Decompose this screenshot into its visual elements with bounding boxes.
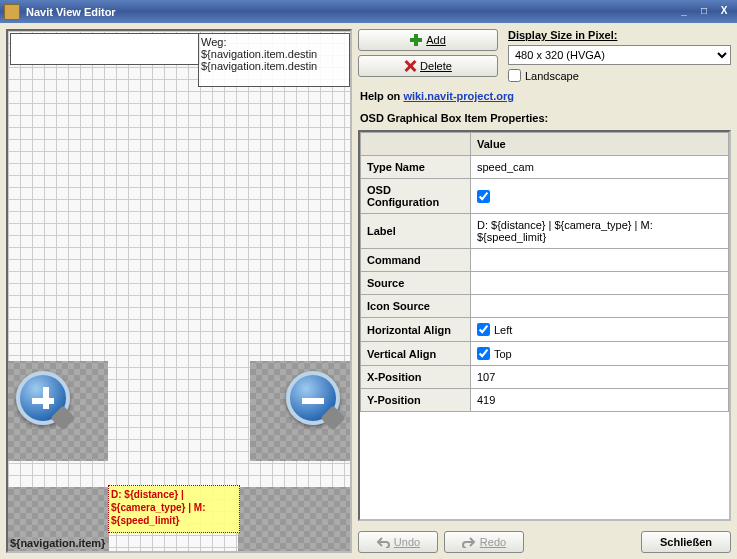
add-button[interactable]: Add [358,29,498,51]
zoom-out-button[interactable] [286,371,340,425]
delete-button[interactable]: Delete [358,55,498,77]
help-line: Help on wiki.navit-project.org [358,86,731,104]
undo-icon [376,536,390,548]
value-source[interactable] [471,272,729,295]
undo-button[interactable]: Undo [358,531,438,553]
table-row: Source [361,272,729,295]
table-row: X-Position 107 [361,366,729,389]
landscape-label: Landscape [525,70,579,82]
table-row: Y-Position 419 [361,389,729,412]
value-label[interactable]: D: ${distance} | ${camera_type} | M: ${s… [471,214,729,249]
selected-osd-item[interactable]: D: ${distance} | ${camera_type} | M: ${s… [108,485,240,533]
close-button[interactable]: Schließen [641,531,731,553]
canvas-top-left-box[interactable] [10,33,200,65]
value-command[interactable] [471,249,729,272]
osd-config-checkbox[interactable] [477,190,490,203]
display-size-select[interactable]: 480 x 320 (HVGA) [508,45,731,65]
halign-checkbox[interactable] [477,323,490,336]
table-row: Type Name speed_cam [361,156,729,179]
display-size-label: Display Size in Pixel: [508,29,731,41]
table-row: Horizontal Align Left [361,318,729,342]
help-link[interactable]: wiki.navit-project.org [403,90,514,102]
app-icon [4,4,20,20]
table-row: Icon Source [361,295,729,318]
valign-checkbox[interactable] [477,347,490,360]
window-title: Navit View Editor [26,6,673,18]
grid-background [8,31,350,551]
prop-col-value: Value [471,133,729,156]
properties-table: Value Type Name speed_cam OSD Configurat… [360,132,729,412]
value-type-name[interactable]: speed_cam [471,156,729,179]
maximize-button[interactable]: □ [695,4,713,20]
prop-col-blank [361,133,471,156]
canvas-nav-label[interactable]: ${navigation.item} [10,537,105,549]
zoom-in-button[interactable] [16,371,70,425]
table-row: Vertical Align Top [361,342,729,366]
close-window-button[interactable]: X [715,4,733,20]
table-row: Label D: ${distance} | ${camera_type} | … [361,214,729,249]
canvas-editor[interactable]: Weg: ${navigation.item.destin ${navigati… [6,29,352,553]
landscape-checkbox[interactable] [508,69,521,82]
plus-icon [410,34,422,46]
canvas-gray-block-br[interactable] [238,487,350,551]
table-row: OSD Configuration [361,179,729,214]
minimize-button[interactable]: _ [675,4,693,20]
properties-table-wrap[interactable]: Value Type Name speed_cam OSD Configurat… [358,130,731,521]
table-row: Command [361,249,729,272]
redo-button[interactable]: Redo [444,531,524,553]
value-x-position[interactable]: 107 [471,366,729,389]
x-icon [404,60,416,72]
value-y-position[interactable]: 419 [471,389,729,412]
canvas-weg-overlay[interactable]: Weg: ${navigation.item.destin ${navigati… [198,33,350,87]
redo-icon [462,536,476,548]
value-icon-source[interactable] [471,295,729,318]
properties-heading: OSD Graphical Box Item Properties: [358,108,731,126]
titlebar: Navit View Editor _ □ X [0,0,737,23]
